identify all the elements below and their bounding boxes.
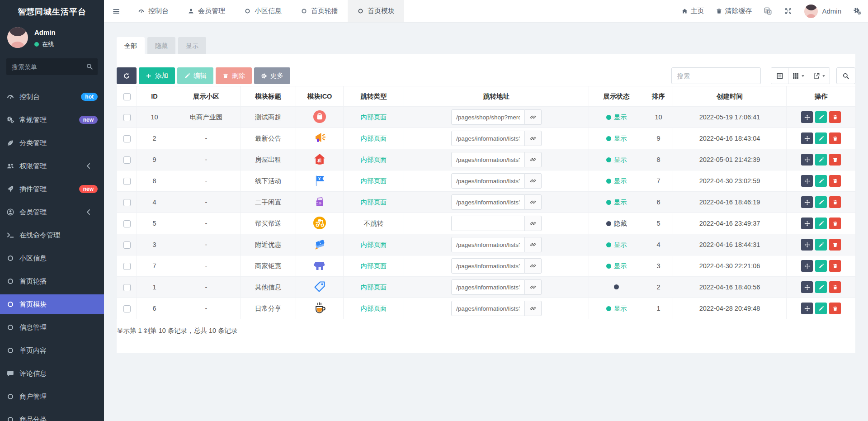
row-delete-button[interactable] <box>829 196 841 208</box>
jump-url-input[interactable] <box>451 131 525 146</box>
row-checkbox[interactable] <box>123 199 131 206</box>
link-button[interactable] <box>525 279 542 295</box>
row-delete-button[interactable] <box>829 303 841 314</box>
drag-sort-button[interactable] <box>801 260 813 272</box>
row-edit-button[interactable] <box>815 260 827 272</box>
jump-url-input[interactable] <box>451 301 525 316</box>
add-button[interactable]: 添加 <box>139 67 175 84</box>
jump-url-input[interactable] <box>451 279 525 295</box>
refresh-button[interactable] <box>117 67 137 84</box>
link-button[interactable] <box>525 258 542 274</box>
row-edit-button[interactable] <box>815 111 827 123</box>
toggle-view-button[interactable] <box>771 68 788 84</box>
row-edit-button[interactable] <box>815 175 827 187</box>
row-delete-button[interactable] <box>829 239 841 251</box>
sidebar-item-single-page[interactable]: 单页内容 <box>0 341 104 360</box>
sidebar-item-auth[interactable]: 权限管理 <box>0 156 104 176</box>
navbar-tab-home-banner[interactable]: 首页轮播 <box>291 0 348 22</box>
link-button[interactable] <box>525 152 542 167</box>
link-button[interactable] <box>525 216 542 231</box>
select-all-checkbox[interactable] <box>123 93 131 100</box>
row-delete-button[interactable] <box>829 260 841 272</box>
sidebar-item-home-banner[interactable]: 首页轮播 <box>0 271 104 291</box>
home-link[interactable]: 主页 <box>681 7 704 15</box>
edit-button[interactable]: 编辑 <box>177 67 213 84</box>
link-button[interactable] <box>525 301 542 316</box>
navbar-tab-dashboard[interactable]: 控制台 <box>128 0 178 22</box>
menu-search-input[interactable] <box>6 58 98 75</box>
row-edit-button[interactable] <box>815 132 827 144</box>
jump-url-input[interactable] <box>451 194 525 210</box>
search-button[interactable] <box>836 67 855 84</box>
jump-url-input[interactable] <box>451 216 525 231</box>
sidebar-item-info-manage[interactable]: 信息管理 <box>0 317 104 337</box>
jump-url-input[interactable] <box>451 152 525 167</box>
user-menu[interactable]: Admin <box>804 5 841 18</box>
table-search-input[interactable] <box>671 67 761 84</box>
sidebar-item-community-info[interactable]: 小区信息 <box>0 248 104 268</box>
user-avatar[interactable] <box>7 27 28 48</box>
row-checkbox[interactable] <box>123 178 131 185</box>
jump-url-input[interactable] <box>451 237 525 252</box>
row-edit-button[interactable] <box>815 154 827 166</box>
settings-gears-icon[interactable] <box>853 7 862 15</box>
row-edit-button[interactable] <box>815 218 827 229</box>
link-button[interactable] <box>525 173 542 189</box>
row-checkbox[interactable] <box>123 114 131 121</box>
row-delete-button[interactable] <box>829 218 841 229</box>
sidebar-item-member[interactable]: 会员管理 <box>0 202 104 222</box>
row-checkbox[interactable] <box>123 241 131 249</box>
fullscreen-icon[interactable] <box>784 7 793 15</box>
sidebar-item-addon[interactable]: 插件管理new <box>0 179 104 199</box>
row-checkbox[interactable] <box>123 220 131 227</box>
sidebar-item-goods-category[interactable]: 商品分类 <box>0 410 104 421</box>
drag-sort-button[interactable] <box>801 239 813 251</box>
jump-url-input[interactable] <box>451 173 525 189</box>
row-edit-button[interactable] <box>815 239 827 251</box>
link-button[interactable] <box>525 109 542 125</box>
sidebar-item-category[interactable]: 分类管理 <box>0 133 104 153</box>
jump-url-input[interactable] <box>451 258 525 274</box>
sidebar-item-comment-info[interactable]: 评论信息 <box>0 364 104 383</box>
row-delete-button[interactable] <box>829 111 841 123</box>
clear-cache-link[interactable]: 清除缓存 <box>716 7 752 15</box>
sidebar-item-general[interactable]: 常规管理new <box>0 110 104 130</box>
drag-sort-button[interactable] <box>801 132 813 144</box>
language-icon[interactable]: 文A <box>764 7 772 15</box>
row-checkbox[interactable] <box>123 263 131 270</box>
drag-sort-button[interactable] <box>801 175 813 187</box>
row-checkbox[interactable] <box>123 284 131 291</box>
drag-sort-button[interactable] <box>801 154 813 166</box>
navbar-tab-home-module[interactable]: 首页模块 <box>348 0 404 22</box>
row-delete-button[interactable] <box>829 154 841 166</box>
row-checkbox[interactable] <box>123 305 131 312</box>
link-button[interactable] <box>525 131 542 146</box>
more-button[interactable]: 更多 <box>254 67 290 84</box>
link-button[interactable] <box>525 237 542 252</box>
delete-button[interactable]: 删除 <box>216 67 252 84</box>
navbar-tab-member[interactable]: 会员管理 <box>178 0 235 22</box>
drag-sort-button[interactable] <box>801 281 813 293</box>
drag-sort-button[interactable] <box>801 218 813 229</box>
columns-button[interactable] <box>788 68 809 84</box>
row-delete-button[interactable] <box>829 175 841 187</box>
filter-tab-visible[interactable]: 显示 <box>178 37 206 54</box>
row-edit-button[interactable] <box>815 196 827 208</box>
sidebar-item-command[interactable]: 在线命令管理 <box>0 225 104 245</box>
navbar-tab-community-info[interactable]: 小区信息 <box>235 0 291 22</box>
jump-url-input[interactable] <box>451 109 525 125</box>
row-edit-button[interactable] <box>815 281 827 293</box>
filter-tab-hidden[interactable]: 隐藏 <box>147 37 175 54</box>
export-button[interactable] <box>809 68 830 84</box>
row-checkbox[interactable] <box>123 156 131 164</box>
row-edit-button[interactable] <box>815 303 827 314</box>
drag-sort-button[interactable] <box>801 303 813 314</box>
sidebar-item-merchant-manage[interactable]: 商户管理 <box>0 387 104 407</box>
sidebar-item-dashboard[interactable]: 控制台hot <box>0 87 104 107</box>
filter-tab-all[interactable]: 全部 <box>117 37 145 54</box>
link-button[interactable] <box>525 194 542 210</box>
row-delete-button[interactable] <box>829 132 841 144</box>
row-delete-button[interactable] <box>829 281 841 293</box>
drag-sort-button[interactable] <box>801 111 813 123</box>
sidebar-toggle-button[interactable] <box>104 0 128 22</box>
